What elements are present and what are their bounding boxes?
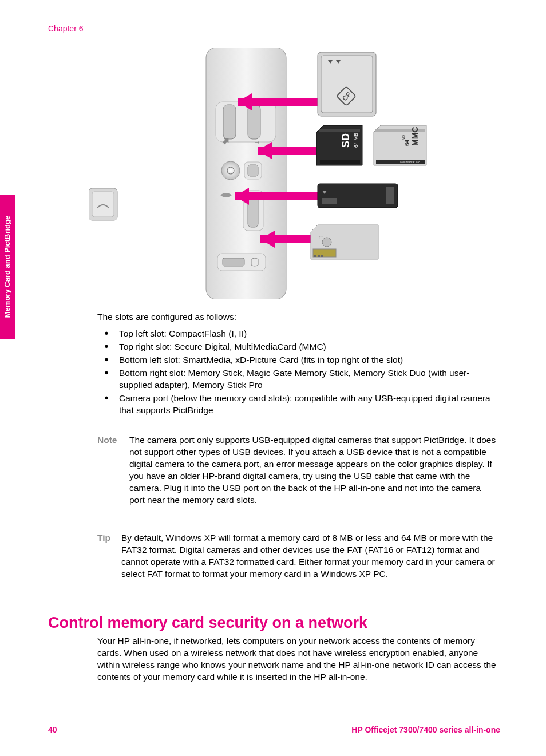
svg-rect-31	[319, 129, 360, 132]
section-body: Your HP all-in-one, if networked, lets c…	[97, 635, 498, 683]
svg-rect-45	[314, 255, 316, 257]
side-tab-label: Memory Card and PictBridge	[2, 216, 13, 318]
svg-text:⮕: ⮕	[255, 140, 260, 146]
svg-rect-13	[223, 258, 244, 266]
note-label: Note	[97, 434, 129, 506]
list-item: Bottom left slot: SmartMedia, xD-Picture…	[97, 354, 498, 366]
svg-text:◈: ◈	[223, 138, 227, 145]
svg-text:64 MB: 64 MB	[353, 133, 359, 148]
note-text: The camera port only supports USB-equipp…	[129, 434, 498, 506]
tip-block: Tip By default, Windows XP will format a…	[97, 532, 498, 580]
svg-text:⬚: ⬚	[319, 235, 324, 241]
svg-rect-2	[223, 105, 236, 139]
chapter-header: Chapter 6	[48, 23, 83, 34]
svg-rect-39	[386, 187, 394, 204]
product-name: HP Officejet 7300/7400 series all-in-one	[351, 725, 500, 735]
tip-label: Tip	[97, 532, 121, 580]
svg-text:MMC: MMC	[410, 127, 420, 146]
note-block: Note The camera port only supports USB-e…	[97, 434, 498, 506]
list-item: Camera port (below the memory card slots…	[97, 393, 498, 417]
svg-rect-23	[321, 56, 373, 113]
svg-rect-46	[318, 255, 320, 257]
svg-text:MultiMediaCard: MultiMediaCard	[400, 160, 420, 164]
svg-text:SD: SD	[340, 133, 351, 148]
memory-card-slots-figure: ◈ ⮕	[89, 48, 449, 299]
svg-point-6	[221, 161, 240, 180]
mmc-card-icon: MMC 64 MB MultiMediaCard	[374, 125, 426, 165]
smartmedia-card-icon: ⬚	[311, 225, 378, 259]
svg-rect-3	[248, 105, 260, 139]
svg-text:MB: MB	[402, 135, 405, 140]
side-tab: Memory Card and PictBridge	[0, 195, 15, 339]
svg-rect-47	[321, 255, 323, 257]
svg-rect-41	[322, 198, 337, 204]
page-footer: 40 HP Officejet 7300/7400 series all-in-…	[48, 725, 500, 735]
svg-rect-8	[248, 165, 258, 176]
sd-card-icon: SD 64 MB	[316, 125, 362, 165]
list-item: Top left slot: CompactFlash (I, II)	[97, 328, 498, 340]
tip-text: By default, Windows XP will format a mem…	[121, 532, 498, 580]
compactflash-card-icon: CF	[318, 52, 376, 116]
memory-stick-icon	[318, 184, 398, 208]
svg-rect-38	[318, 184, 398, 208]
list-item: Bottom right slot: Memory Stick, Magic G…	[97, 367, 498, 391]
slot-config-list: Top left slot: CompactFlash (I, II) Top …	[97, 328, 498, 417]
svg-rect-28	[320, 160, 360, 164]
page-number: 40	[48, 725, 57, 735]
intro-text: The slots are configured as follows:	[97, 311, 498, 323]
section-heading: Control memory card security on a networ…	[48, 612, 367, 633]
list-item: Top right slot: Secure Digital, MultiMed…	[97, 341, 498, 353]
